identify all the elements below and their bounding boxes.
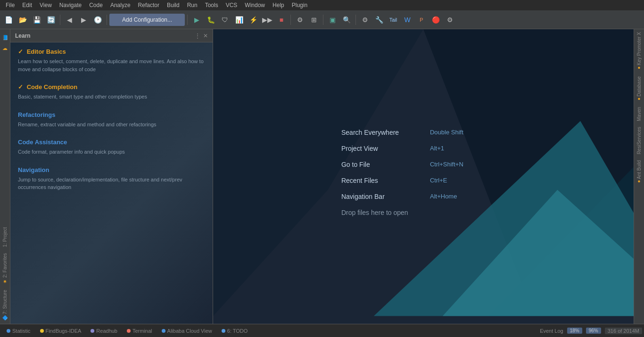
learn-item-editor-basics[interactable]: ✓ Editor Basics Learn how to select, com… [18,48,205,73]
learn-panel-header: Learn ⋮ ✕ [10,29,213,42]
run-button[interactable]: ▶ [190,13,203,26]
forward-button[interactable]: ▶ [77,13,90,26]
shortcut-recent-files: Recent Files Ctrl+E [341,176,463,184]
learn-item-desc-code-completion: Basic, statement, smart type and other c… [18,93,205,101]
shortcut-project-view-key: Alt+1 [430,145,444,152]
learn-menu-icon[interactable]: ⋮ [195,33,200,39]
memory-indicator[interactable]: 316 of 2014M [605,328,642,334]
right-sidebar-key-promoter[interactable]: ●Key Promoter X [636,29,643,74]
word-button[interactable]: W [401,13,414,26]
force-run[interactable]: ⚡ [247,13,260,26]
learn-content[interactable]: ✓ Editor Basics Learn how to select, com… [10,42,213,324]
menu-build[interactable]: Build [163,1,183,9]
right-sidebar-database[interactable]: ●Database [636,74,643,105]
services-button[interactable]: ⊞ [307,13,321,26]
learn-item-code-assistance[interactable]: Code Assistance Code format, parameter i… [18,139,205,156]
alibaba-cloud-icon[interactable]: ☁ [1,44,9,52]
statusbar-tab-readhub[interactable]: Readhub [86,324,122,337]
alibaba-label: Alibaba Cloud View [167,328,212,334]
learn-item-code-completion[interactable]: ✓ Code Completion Basic, statement, smar… [18,83,205,101]
debug-button[interactable]: 🐛 [204,13,217,26]
sidebar-item-favorites[interactable]: ★ 2: Favorites [1,250,8,287]
statistic-dot [7,329,10,333]
learn-icon[interactable]: 📘 [0,32,10,42]
menu-edit[interactable]: Edit [18,1,36,9]
extra-button[interactable]: ⚙ [443,13,456,26]
profile-button[interactable]: 📊 [232,13,246,26]
learn-close-icon[interactable]: ✕ [203,33,208,39]
shortcut-search-everywhere-key: Double Shift [430,129,463,136]
statistic-label: Statistic [12,328,31,334]
new-button[interactable]: 📄 [2,13,15,26]
shortcut-recent-files-key: Ctrl+E [430,177,447,184]
learn-item-navigation[interactable]: Navigation Jump to source, declaration/i… [18,166,205,191]
shortcut-navigation-bar: Navigation Bar Alt+Home [341,192,463,200]
menu-vcs[interactable]: VCS [222,1,241,9]
open-button[interactable]: 📂 [16,13,29,26]
shortcut-search-everywhere-label: Search Everywhere [341,128,426,136]
run-config-dropdown[interactable]: Add Configuration... [109,14,185,26]
learn-item-desc-navigation: Jump to source, declaration/implementati… [18,176,205,191]
save-button[interactable]: 💾 [30,13,43,26]
findbugs-label: FindBugs-IDEA [46,328,82,334]
learn-item-title-refactorings: Refactorings [18,111,205,118]
build-run[interactable]: ▶▶ [261,13,274,26]
sidebar-item-project[interactable]: 1: Project [1,224,8,250]
toolbar-separator-2 [107,15,107,25]
menu-window[interactable]: Window [241,1,269,9]
ppt-button[interactable]: P [415,13,428,26]
statusbar-tab-statistic[interactable]: Statistic [2,324,35,337]
sidebar-item-structure[interactable]: 🔷 7: Structure [1,287,8,324]
tool2-button[interactable]: 🔧 [372,13,386,26]
right-sidebar-maven[interactable]: Maven [636,104,643,124]
sync-button[interactable]: 🔄 [44,13,58,26]
shortcut-project-view-label: Project View [341,144,426,152]
shortcut-navigation-bar-key: Alt+Home [430,193,457,200]
statusbar-tab-alibaba-cloud[interactable]: Alibaba Cloud View [157,324,217,337]
right-sidebar-ant-build[interactable]: ●Ant Build [636,157,643,187]
statusbar-tab-terminal[interactable]: Terminal [122,324,157,337]
right-sidebar-resiservices[interactable]: ResiServices [636,124,643,157]
stop-button[interactable]: ■ [275,13,288,26]
run-with-coverage[interactable]: 🛡 [218,13,231,26]
terminal-label: Terminal [132,328,152,334]
readhub-label: Readhub [96,328,117,334]
tool1-button[interactable]: ⚙ [358,13,372,26]
learn-item-refactorings[interactable]: Refactorings Rename, extract variable an… [18,111,205,129]
menu-file[interactable]: File [2,1,18,9]
menu-plugin[interactable]: Plugin [288,1,311,9]
menu-view[interactable]: View [36,1,56,9]
event-log-label[interactable]: Event Log [540,328,563,334]
readhub-dot [91,329,94,333]
statusbar-tab-todo[interactable]: 6: TODO [217,324,253,337]
tail-button[interactable]: Tail [387,13,400,26]
learn-item-title-editor-basics: ✓ Editor Basics [18,48,205,55]
shortcut-go-to-file: Go to File Ctrl+Shift+N [341,160,463,168]
learn-panel: Learn ⋮ ✕ ✓ Editor Basics Learn how to s… [10,29,213,324]
learn-item-title-navigation: Navigation [18,166,205,173]
search-button[interactable]: 🔍 [340,13,353,26]
menu-help[interactable]: Help [269,1,288,9]
menu-analyze[interactable]: Analyze [107,1,134,9]
scale-badge: 96% [586,328,601,334]
learn-header-actions: ⋮ ✕ [195,33,208,39]
shortcut-go-to-file-key: Ctrl+Shift+N [430,161,463,168]
menu-navigate[interactable]: Navigate [56,1,85,9]
settings-button[interactable]: ⚙ [293,13,306,26]
zoom-badge: 18% [567,328,582,334]
menu-refactor[interactable]: Refactor [134,1,163,9]
drop-files-text: Drop files here to open [341,208,463,216]
back-button[interactable]: ◀ [63,13,76,26]
menu-run[interactable]: Run [183,1,201,9]
terminal-button[interactable]: ▣ [326,13,339,26]
alibaba-button[interactable]: 🔴 [429,13,442,26]
menu-bar: File Edit View Navigate Code Analyze Ref… [0,0,644,10]
menu-code[interactable]: Code [85,1,107,9]
toolbar-separator-5 [323,15,323,25]
menu-tools[interactable]: Tools [201,1,222,9]
todo-dot [222,329,225,333]
recent-button[interactable]: 🕐 [91,13,104,26]
statusbar: Statistic FindBugs-IDEA Readhub Terminal… [0,324,644,337]
statusbar-tab-findbugs[interactable]: FindBugs-IDEA [35,324,86,337]
shortcut-go-to-file-label: Go to File [341,160,426,168]
